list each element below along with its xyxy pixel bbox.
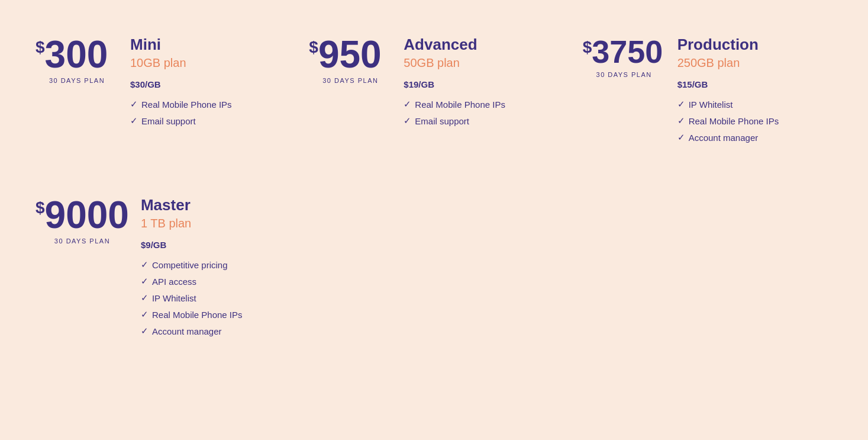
list-item: ✓ Email support — [130, 115, 285, 126]
price-dollar-mini: $ — [36, 39, 45, 56]
empty-space — [297, 184, 844, 348]
feature-text: Real Mobile Phone IPs — [141, 99, 232, 110]
list-item: ✓ Real Mobile Phone IPs — [130, 99, 285, 110]
price-block-advanced: $ 950 30 DAYS PLAN — [309, 36, 392, 84]
check-icon: ✓ — [141, 326, 149, 336]
plan-mini: $ 300 30 DAYS PLAN Mini 10GB plan $30/GB… — [24, 18, 297, 160]
plan-features-mini: ✓ Real Mobile Phone IPs ✓ Email support — [130, 99, 285, 126]
price-period-production: 30 DAYS PLAN — [583, 71, 666, 78]
plan-price-per-gb-production: $15/GB — [677, 79, 832, 89]
list-item: ✓ API access — [141, 276, 285, 287]
feature-text: Real Mobile Phone IPs — [152, 310, 243, 320]
price-period-mini: 30 DAYS PLAN — [36, 77, 118, 84]
plan-advanced: $ 950 30 DAYS PLAN Advanced 50GB plan $1… — [297, 18, 570, 160]
list-item: ✓ Account manager — [141, 326, 285, 336]
plan-master: $ 9000 30 DAYS PLAN Master 1 TB plan $9/… — [24, 184, 297, 348]
price-number-production: 3750 — [592, 36, 663, 68]
feature-text: Account manager — [152, 326, 222, 336]
plan-name-master: Master — [141, 196, 285, 214]
check-icon: ✓ — [130, 99, 138, 110]
check-icon: ✓ — [677, 115, 685, 126]
plan-production: $ 3750 30 DAYS PLAN Production 250GB pla… — [571, 18, 844, 160]
plan-name-advanced: Advanced — [404, 36, 559, 54]
check-icon: ✓ — [130, 115, 138, 126]
list-item: ✓ IP Whitelist — [141, 293, 285, 303]
pricing-grid-bottom: $ 9000 30 DAYS PLAN Master 1 TB plan $9/… — [0, 178, 868, 366]
price-number-master: 9000 — [45, 196, 129, 234]
feature-text: IP Whitelist — [689, 99, 733, 110]
plan-features-production: ✓ IP Whitelist ✓ Real Mobile Phone IPs ✓… — [677, 99, 832, 143]
plan-size-master: 1 TB plan — [141, 217, 285, 230]
list-item: ✓ Real Mobile Phone IPs — [677, 115, 832, 126]
price-amount-advanced: $ 950 — [309, 36, 381, 73]
check-icon: ✓ — [404, 99, 411, 110]
check-icon: ✓ — [677, 99, 685, 110]
list-item: ✓ Competitive pricing — [141, 259, 285, 270]
list-item: ✓ Real Mobile Phone IPs — [141, 309, 285, 320]
plan-name-production: Production — [677, 36, 832, 54]
feature-text: Account manager — [689, 133, 759, 143]
price-dollar-production: $ — [583, 39, 592, 56]
price-block-mini: $ 300 30 DAYS PLAN — [36, 36, 118, 84]
price-period-master: 30 DAYS PLAN — [36, 237, 129, 245]
price-amount-production: $ 3750 — [583, 36, 663, 68]
price-number-mini: 300 — [45, 36, 108, 73]
plan-size-mini: 10GB plan — [130, 56, 285, 70]
feature-text: IP Whitelist — [152, 293, 196, 303]
feature-text: Competitive pricing — [152, 260, 228, 270]
plan-details-mini: Mini 10GB plan $30/GB ✓ Real Mobile Phon… — [124, 36, 285, 126]
feature-text: API access — [152, 277, 196, 287]
plan-name-mini: Mini — [130, 36, 285, 54]
feature-text: Real Mobile Phone IPs — [689, 116, 779, 126]
check-icon: ✓ — [141, 259, 149, 270]
pricing-grid-top: $ 300 30 DAYS PLAN Mini 10GB plan $30/GB… — [0, 0, 868, 178]
feature-text: Email support — [141, 116, 196, 126]
plan-details-master: Master 1 TB plan $9/GB ✓ Competitive pri… — [135, 196, 285, 336]
feature-text: Real Mobile Phone IPs — [415, 99, 505, 110]
plan-features-advanced: ✓ Real Mobile Phone IPs ✓ Email support — [404, 99, 559, 126]
feature-text: Email support — [415, 116, 469, 126]
plan-details-advanced: Advanced 50GB plan $19/GB ✓ Real Mobile … — [398, 36, 559, 126]
check-icon: ✓ — [404, 115, 411, 126]
price-amount-mini: $ 300 — [36, 36, 108, 73]
check-icon: ✓ — [141, 276, 149, 287]
price-block-production: $ 3750 30 DAYS PLAN — [583, 36, 666, 78]
price-block-master: $ 9000 30 DAYS PLAN — [36, 196, 129, 245]
list-item: ✓ Email support — [404, 115, 559, 126]
list-item: ✓ Real Mobile Phone IPs — [404, 99, 559, 110]
check-icon: ✓ — [677, 132, 685, 143]
plan-price-per-gb-advanced: $19/GB — [404, 79, 559, 89]
plan-price-per-gb-master: $9/GB — [141, 240, 285, 250]
check-icon: ✓ — [141, 309, 149, 320]
plan-size-production: 250GB plan — [677, 56, 832, 70]
price-number-advanced: 950 — [318, 36, 382, 73]
plan-details-production: Production 250GB plan $15/GB ✓ IP Whitel… — [672, 36, 832, 143]
plan-features-master: ✓ Competitive pricing ✓ API access ✓ IP … — [141, 259, 285, 336]
price-dollar-advanced: $ — [309, 39, 318, 56]
price-dollar-master: $ — [36, 200, 45, 216]
plan-size-advanced: 50GB plan — [404, 56, 559, 70]
plan-price-per-gb-mini: $30/GB — [130, 79, 285, 89]
check-icon: ✓ — [141, 293, 149, 303]
price-period-advanced: 30 DAYS PLAN — [309, 77, 392, 84]
price-amount-master: $ 9000 — [36, 196, 129, 234]
list-item: ✓ IP Whitelist — [677, 99, 832, 110]
list-item: ✓ Account manager — [677, 132, 832, 143]
